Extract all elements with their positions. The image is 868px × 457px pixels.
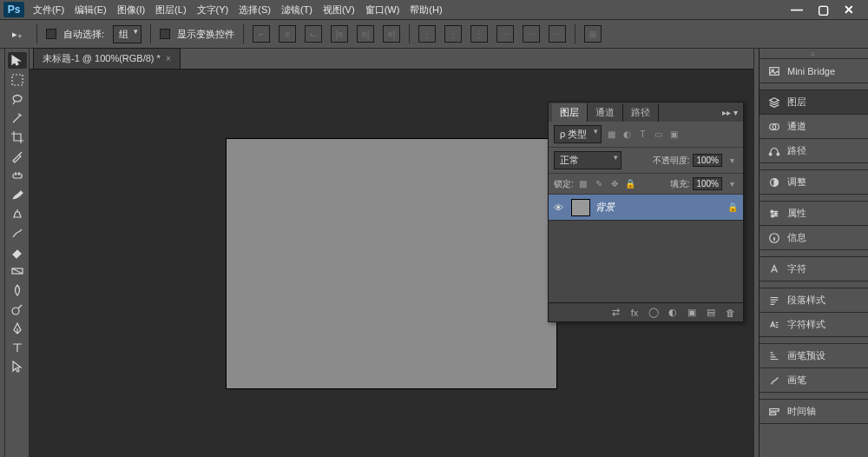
- adjustment-layer-icon[interactable]: ◐: [667, 307, 679, 318]
- pen-tool[interactable]: [8, 320, 27, 336]
- history-brush-tool[interactable]: [8, 224, 27, 241]
- blur-tool[interactable]: [8, 281, 27, 298]
- path-select-tool[interactable]: [8, 358, 27, 374]
- menu-edit[interactable]: 编辑(E): [75, 3, 107, 17]
- link-layers-icon[interactable]: ⇄: [609, 307, 621, 318]
- layer-lock-icon[interactable]: 🔒: [727, 202, 738, 212]
- lock-pixels-icon[interactable]: ✎: [593, 178, 605, 190]
- panel-adjustments[interactable]: 调整: [760, 170, 868, 195]
- align-vcenter-icon[interactable]: ≡: [279, 25, 296, 43]
- auto-select-dropdown[interactable]: 组: [113, 25, 141, 43]
- align-hcenter-icon[interactable]: ≡|: [357, 25, 374, 43]
- menu-image[interactable]: 图像(I): [117, 3, 145, 17]
- panel-properties[interactable]: 属性: [760, 202, 868, 226]
- panel-mini-bridge[interactable]: Mini Bridge: [760, 59, 868, 83]
- lasso-tool[interactable]: [8, 90, 27, 107]
- menu-file[interactable]: 文件(F): [33, 3, 64, 17]
- panel-timeline[interactable]: 时间轴: [760, 400, 868, 424]
- crop-tool[interactable]: [8, 129, 27, 145]
- visibility-toggle-icon[interactable]: 👁: [554, 202, 566, 213]
- panel-brush-presets[interactable]: 画笔预设: [760, 344, 868, 368]
- tab-layers[interactable]: 图层: [552, 103, 588, 122]
- layer-filter-dropdown[interactable]: ρ 类型: [554, 125, 602, 143]
- auto-select-option[interactable]: 自动选择:: [46, 28, 104, 41]
- menu-filter[interactable]: 滤镜(T): [281, 3, 312, 17]
- filter-type-icon[interactable]: T: [636, 129, 648, 141]
- document-tab[interactable]: 未标题-1 @ 100%(RGB/8) * ×: [33, 48, 181, 69]
- fill-label: 填充:: [670, 178, 690, 190]
- menu-help[interactable]: 帮助(H): [410, 3, 442, 17]
- eraser-tool[interactable]: [8, 243, 27, 260]
- layer-name[interactable]: 背景: [595, 201, 722, 214]
- healing-brush-tool[interactable]: [8, 167, 27, 183]
- panel-brush[interactable]: 画笔: [760, 368, 868, 393]
- show-transform-checkbox[interactable]: [160, 29, 170, 39]
- lock-transparent-icon[interactable]: ▩: [577, 178, 589, 190]
- close-button[interactable]: ✕: [837, 2, 861, 17]
- tab-channels[interactable]: 通道: [588, 103, 623, 122]
- distribute-left-icon[interactable]: ⋯: [496, 25, 514, 43]
- distribute-top-icon[interactable]: ⋮: [418, 25, 436, 43]
- auto-align-icon[interactable]: ⊞: [584, 25, 602, 43]
- show-transform-label: 显示变换控件: [177, 28, 234, 41]
- minimize-button[interactable]: —: [785, 2, 809, 17]
- filter-smart-icon[interactable]: ▣: [667, 129, 680, 141]
- panel-label: 调整: [787, 176, 806, 189]
- distribute-vcenter-icon[interactable]: ⋮: [444, 25, 462, 43]
- panel-menu-icon[interactable]: ▸▸ ▾: [717, 108, 743, 117]
- marquee-tool[interactable]: [8, 71, 27, 88]
- panel-character-styles[interactable]: 字符样式: [760, 313, 868, 337]
- filter-pixel-icon[interactable]: ▦: [605, 129, 617, 141]
- panel-layers[interactable]: 图层: [760, 90, 868, 115]
- show-transform-option[interactable]: 显示变换控件: [160, 28, 234, 41]
- clone-stamp-tool[interactable]: [8, 205, 27, 222]
- panel-paragraph-styles[interactable]: 段落样式: [760, 288, 868, 313]
- menu-window[interactable]: 窗口(W): [365, 3, 400, 17]
- align-bottom-icon[interactable]: ⌙: [305, 25, 322, 43]
- menu-layer[interactable]: 图层(L): [155, 3, 186, 17]
- dodge-tool[interactable]: [8, 301, 27, 317]
- filter-shape-icon[interactable]: ▭: [652, 129, 664, 141]
- lock-position-icon[interactable]: ✥: [608, 178, 621, 190]
- blend-mode-dropdown[interactable]: 正常: [554, 151, 621, 169]
- panel-channels[interactable]: 通道: [760, 115, 868, 139]
- document-tab-close-icon[interactable]: ×: [166, 54, 171, 63]
- type-tool[interactable]: [8, 339, 27, 355]
- distribute-hcenter-icon[interactable]: ⋯: [523, 25, 540, 43]
- filter-adjust-icon[interactable]: ◐: [621, 129, 633, 141]
- panel-info[interactable]: 信息: [760, 226, 868, 250]
- fill-value[interactable]: 100%: [693, 177, 722, 190]
- opacity-stepper-icon[interactable]: ▾: [726, 155, 738, 167]
- brush-tool[interactable]: [8, 186, 27, 202]
- auto-select-checkbox[interactable]: [46, 29, 56, 39]
- menu-select[interactable]: 选择(S): [239, 3, 271, 17]
- tab-paths[interactable]: 路径: [623, 103, 659, 122]
- trash-icon[interactable]: 🗑: [724, 308, 736, 318]
- maximize-button[interactable]: ▢: [811, 2, 835, 17]
- distribute-right-icon[interactable]: ⋯: [549, 25, 566, 43]
- layers-panel[interactable]: 图层 通道 路径 ▸▸ ▾ ρ 类型 ▦ ◐ T ▭ ▣ 正常 不透明度: 10…: [548, 102, 744, 322]
- dock-grip[interactable]: [760, 49, 868, 59]
- layer-row-background[interactable]: 👁 背景 🔒: [549, 195, 743, 221]
- canvas[interactable]: [227, 139, 556, 388]
- distribute-bottom-icon[interactable]: ⋮: [470, 25, 488, 43]
- align-right-icon[interactable]: ≡|: [383, 25, 400, 43]
- magic-wand-tool[interactable]: [8, 109, 27, 126]
- new-layer-icon[interactable]: ▤: [705, 307, 717, 318]
- gradient-tool[interactable]: [8, 262, 27, 279]
- align-top-icon[interactable]: ⌐: [253, 25, 270, 43]
- fill-stepper-icon[interactable]: ▾: [726, 178, 738, 190]
- fx-icon[interactable]: fx: [628, 308, 641, 318]
- panel-character[interactable]: 字符: [760, 257, 868, 281]
- mask-icon[interactable]: ◯: [648, 307, 660, 318]
- panel-paths[interactable]: 路径: [760, 139, 868, 163]
- group-icon[interactable]: ▣: [686, 307, 698, 318]
- move-tool[interactable]: [8, 52, 27, 69]
- menu-view[interactable]: 视图(V): [323, 3, 355, 17]
- lock-all-icon[interactable]: 🔒: [624, 178, 636, 190]
- menu-type[interactable]: 文字(Y): [197, 3, 229, 17]
- opacity-value[interactable]: 100%: [693, 154, 722, 167]
- layer-thumbnail[interactable]: [571, 199, 590, 216]
- align-left-icon[interactable]: |≡: [331, 25, 348, 43]
- eyedropper-tool[interactable]: [8, 148, 27, 164]
